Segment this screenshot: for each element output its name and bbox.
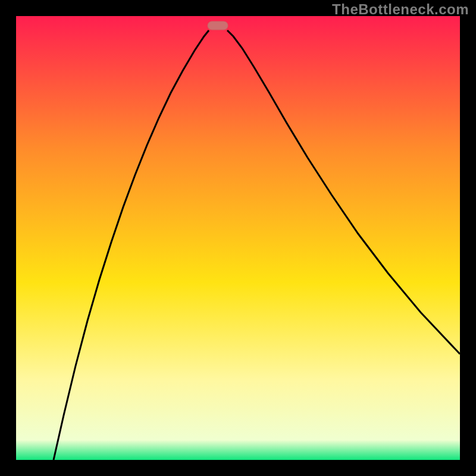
- chart-svg: [16, 16, 460, 460]
- bottleneck-marker: [208, 21, 228, 30]
- outer-frame: TheBottleneck.com: [0, 0, 476, 476]
- watermark-text: TheBottleneck.com: [332, 1, 469, 18]
- plot-area: [16, 16, 460, 460]
- gradient-background: [16, 16, 460, 460]
